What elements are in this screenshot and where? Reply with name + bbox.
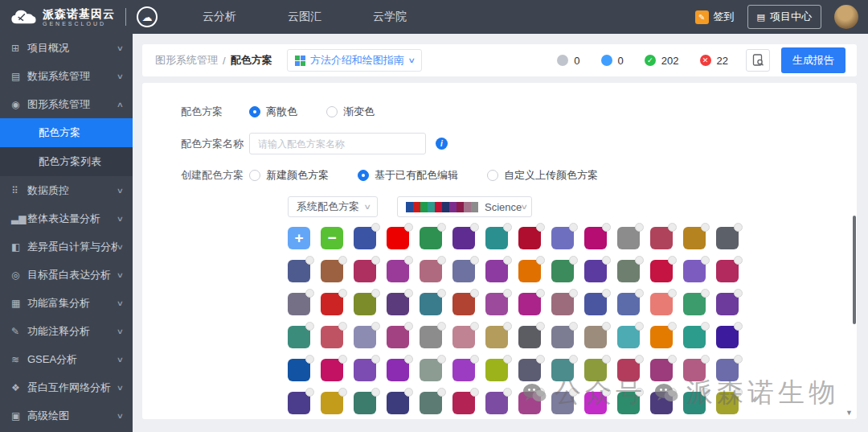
color-swatch[interactable] (485, 326, 508, 348)
swatch-remove-badge[interactable] (602, 256, 611, 265)
radio-edit-existing[interactable]: 基于已有配色编辑 (358, 168, 458, 183)
color-swatch[interactable] (551, 260, 574, 282)
color-swatch[interactable] (518, 260, 541, 282)
swatch-remove-badge[interactable] (569, 289, 578, 298)
swatch-remove-badge[interactable] (569, 355, 578, 364)
color-swatch[interactable] (321, 293, 343, 315)
color-swatch[interactable] (485, 392, 508, 414)
color-swatch[interactable] (617, 293, 640, 315)
sidebar-item-0[interactable]: ⊞项目概况∨ (0, 34, 133, 62)
color-swatch[interactable] (387, 326, 409, 348)
color-swatch[interactable] (321, 260, 343, 282)
swatch-remove-badge[interactable] (569, 256, 578, 265)
color-swatch[interactable] (716, 359, 739, 381)
swatch-remove-badge[interactable] (437, 322, 446, 331)
swatch-remove-badge[interactable] (503, 289, 512, 298)
color-swatch[interactable] (420, 260, 442, 282)
color-swatch[interactable] (420, 392, 442, 414)
swatch-remove-badge[interactable] (371, 322, 380, 331)
sidebar-item-11[interactable]: ▣高级绘图∨ (0, 401, 133, 430)
swatch-remove-badge[interactable] (734, 256, 743, 265)
swatch-remove-badge[interactable] (635, 289, 644, 298)
color-swatch[interactable] (617, 227, 640, 249)
swatch-remove-badge[interactable] (404, 256, 413, 265)
swatch-remove-badge[interactable] (536, 256, 545, 265)
swatch-remove-badge[interactable] (371, 223, 380, 232)
color-swatch[interactable] (288, 260, 310, 282)
radio-gradient-color[interactable]: 渐变色 (326, 105, 375, 119)
color-swatch[interactable] (321, 359, 343, 381)
color-swatch[interactable] (387, 260, 409, 282)
swatch-remove-badge[interactable] (404, 223, 413, 232)
color-swatch[interactable] (354, 326, 376, 348)
color-swatch[interactable] (452, 326, 475, 348)
palette-select[interactable]: Science ∨ (397, 196, 532, 217)
swatch-remove-badge[interactable] (305, 388, 314, 397)
swatch-remove-badge[interactable] (602, 388, 611, 397)
swatch-remove-badge[interactable] (503, 223, 512, 232)
color-swatch[interactable] (650, 260, 673, 282)
nav-item-0[interactable]: 云分析 (199, 1, 240, 33)
swatch-remove-badge[interactable] (437, 388, 446, 397)
color-swatch[interactable] (288, 392, 310, 414)
info-icon[interactable]: i (436, 138, 448, 150)
swatch-remove-badge[interactable] (701, 289, 710, 298)
color-swatch[interactable] (584, 293, 607, 315)
color-swatch[interactable] (683, 326, 706, 348)
color-swatch[interactable] (551, 392, 574, 414)
sidebar-subitem-2-0[interactable]: 配色方案 (0, 118, 133, 147)
radio-custom-upload[interactable]: 自定义上传颜色方案 (487, 168, 598, 183)
color-swatch[interactable] (485, 260, 508, 282)
swatch-remove-badge[interactable] (536, 355, 545, 364)
color-swatch[interactable] (387, 293, 409, 315)
nav-item-2[interactable]: 云学院 (370, 1, 410, 33)
swatch-remove-badge[interactable] (602, 223, 611, 232)
color-swatch[interactable] (650, 359, 673, 381)
color-swatch[interactable] (716, 326, 739, 348)
color-swatch[interactable] (485, 359, 508, 381)
swatch-remove-badge[interactable] (668, 289, 677, 298)
system-scheme-select[interactable]: 系统配色方案 ∨ (288, 196, 378, 217)
status-count-success[interactable]: ✓202 (645, 55, 679, 67)
sidebar-item-7[interactable]: ▦功能富集分析∨ (0, 289, 133, 317)
color-swatch[interactable] (518, 227, 541, 249)
color-swatch[interactable] (354, 392, 376, 414)
project-center-button[interactable]: ▤ 项目中心 (747, 5, 821, 29)
color-swatch[interactable] (485, 293, 508, 315)
swatch-remove-badge[interactable] (503, 388, 512, 397)
color-swatch[interactable] (584, 326, 607, 348)
color-swatch[interactable] (420, 227, 442, 249)
color-swatch[interactable] (452, 260, 475, 282)
swatch-remove-badge[interactable] (371, 355, 380, 364)
swatch-remove-badge[interactable] (602, 355, 611, 364)
swatch-remove-badge[interactable] (734, 223, 743, 232)
color-swatch[interactable] (716, 392, 739, 414)
color-swatch[interactable] (452, 227, 475, 249)
sidebar-item-10[interactable]: ❖蛋白互作网络分析∨ (0, 373, 133, 401)
status-count-failed[interactable]: ✕22 (700, 55, 728, 67)
color-swatch[interactable] (551, 326, 574, 348)
color-swatch[interactable] (650, 293, 673, 315)
swatch-remove-badge[interactable] (536, 322, 545, 331)
swatch-remove-badge[interactable] (404, 322, 413, 331)
color-swatch[interactable] (288, 293, 310, 315)
color-swatch[interactable] (420, 359, 442, 381)
swatch-remove-badge[interactable] (668, 322, 677, 331)
swatch-remove-badge[interactable] (734, 322, 743, 331)
color-swatch[interactable] (683, 227, 706, 249)
swatch-remove-badge[interactable] (569, 223, 578, 232)
status-count-running[interactable]: 0 (601, 55, 624, 67)
swatch-remove-badge[interactable] (734, 355, 743, 364)
color-swatch[interactable] (354, 227, 376, 249)
swatch-remove-badge[interactable] (404, 388, 413, 397)
swatch-remove-badge[interactable] (470, 355, 479, 364)
report-preview-button[interactable] (746, 49, 770, 72)
swatch-remove-badge[interactable] (503, 355, 512, 364)
color-swatch[interactable] (584, 392, 607, 414)
swatch-remove-badge[interactable] (404, 289, 413, 298)
breadcrumb-parent[interactable]: 图形系统管理 (155, 53, 218, 68)
scrollbar-thumb[interactable] (853, 216, 856, 324)
swatch-remove-badge[interactable] (701, 223, 710, 232)
swatch-remove-badge[interactable] (371, 256, 380, 265)
color-swatch[interactable] (452, 392, 475, 414)
